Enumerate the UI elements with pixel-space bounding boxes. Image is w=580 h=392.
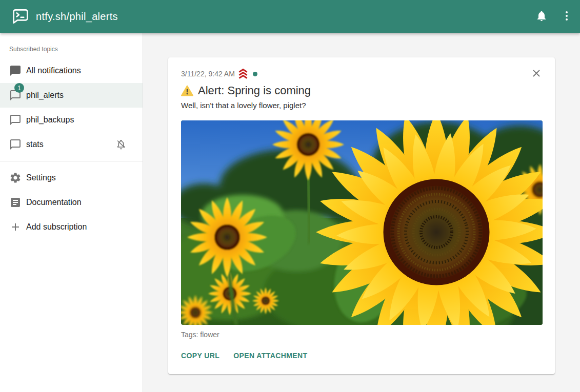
sidebar-item-documentation[interactable]: Documentation: [0, 190, 143, 215]
chat-bubble-filled-icon: [9, 65, 22, 77]
close-icon: [531, 68, 542, 80]
plus-icon: [9, 221, 22, 233]
chat-bubble-outline-icon: 1: [9, 89, 22, 101]
notification-meta: 3/11/22, 9:42 AM: [181, 68, 543, 79]
sidebar: Subscribed topics All notifications 1 ph…: [0, 33, 143, 392]
copy-url-button[interactable]: COPY URL: [181, 349, 219, 362]
main-area: 3/11/22, 9:42 AM: [143, 33, 580, 392]
ntfy-app: ntfy.sh/phil_alerts Subscribed t: [0, 0, 580, 392]
overflow-menu-button[interactable]: [561, 10, 573, 23]
unread-count-badge: 1: [14, 83, 24, 93]
sidebar-item-label: Settings: [26, 172, 56, 184]
sidebar-item-settings[interactable]: Settings: [0, 166, 143, 190]
warning-triangle-icon: [181, 85, 193, 96]
chat-bubble-outline-icon: [9, 138, 22, 151]
notification-card: 3/11/22, 9:42 AM: [168, 57, 555, 374]
notification-timestamp: 3/11/22, 9:42 AM: [181, 69, 235, 79]
open-attachment-button[interactable]: OPEN ATTACHMENT: [233, 349, 307, 362]
content-area: Subscribed topics All notifications 1 ph…: [0, 33, 580, 392]
sidebar-item-label: Add subscription: [26, 221, 87, 233]
attachment-image[interactable]: [181, 120, 543, 325]
notification-tags: Tags: flower: [181, 331, 543, 339]
sidebar-item-label: Documentation: [26, 196, 82, 209]
article-icon: [9, 196, 22, 209]
page-title: ntfy.sh/phil_alerts: [36, 11, 535, 23]
priority-max-icon: [237, 68, 249, 79]
sidebar-item-add-subscription[interactable]: Add subscription: [0, 215, 143, 239]
sidebar-item-all-notifications[interactable]: All notifications: [0, 58, 143, 83]
notification-title: Alert: Spring is coming: [198, 84, 311, 98]
sidebar-item-label: All notifications: [26, 65, 81, 77]
ntfy-logo-icon: [12, 9, 29, 24]
notification-body: Well, isn't that a lovely flower, piglet…: [181, 100, 543, 111]
gear-icon: [9, 172, 22, 184]
notification-actions: COPY URL OPEN ATTACHMENT: [181, 349, 543, 362]
sidebar-divider: [0, 161, 143, 161]
sidebar-item-stats[interactable]: stats: [0, 132, 143, 157]
close-notification-button[interactable]: [529, 67, 544, 81]
notifications-button[interactable]: [535, 10, 548, 23]
notification-title-row: Alert: Spring is coming: [181, 84, 543, 98]
unread-dot: [253, 72, 257, 76]
notifications-off-icon: [115, 138, 127, 151]
sidebar-item-phil-backups[interactable]: phil_backups: [0, 108, 143, 132]
sidebar-item-label: phil_backups: [26, 114, 74, 126]
sidebar-subheader: Subscribed topics: [0, 33, 143, 58]
chat-bubble-outline-icon: [9, 114, 22, 126]
bell-icon: [535, 10, 548, 24]
app-header: ntfy.sh/phil_alerts: [0, 0, 580, 33]
header-actions: [535, 10, 573, 23]
kebab-menu-icon: [561, 10, 573, 24]
sidebar-item-label: stats: [26, 138, 44, 151]
sidebar-item-phil-alerts[interactable]: 1 phil_alerts: [0, 83, 143, 108]
sidebar-item-label: phil_alerts: [26, 89, 64, 101]
